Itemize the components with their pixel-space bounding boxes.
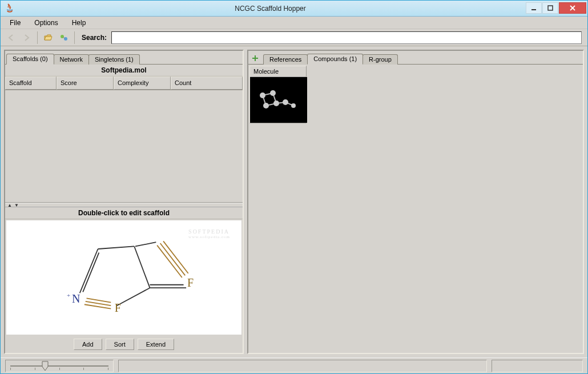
svg-line-10 — [134, 246, 150, 288]
col-count[interactable]: Count — [171, 77, 243, 90]
tab-compounds[interactable]: Compounds (1) — [307, 54, 363, 65]
svg-line-17 — [157, 246, 182, 278]
menu-help[interactable]: Help — [66, 18, 92, 28]
svg-point-29 — [260, 93, 265, 98]
editor-buttons: Add Sort Extend — [5, 336, 243, 353]
tab-rgroup[interactable]: R-group — [363, 54, 398, 65]
molecule-tool-button[interactable] — [57, 31, 71, 45]
svg-line-9 — [98, 246, 135, 249]
col-score[interactable]: Score — [57, 77, 114, 90]
horizontal-splitter[interactable]: ▲ ▼ — [5, 203, 243, 207]
molecule-thumbnail — [250, 77, 307, 123]
menu-options[interactable]: Options — [29, 18, 63, 28]
menu-file[interactable]: File — [4, 18, 26, 28]
app-window: NCGC Scaffold Hopper File Options Help S… — [0, 0, 588, 374]
watermark-small: www.softpedia.com — [188, 235, 230, 239]
slider-thumb-icon[interactable] — [42, 361, 49, 371]
svg-line-8 — [83, 252, 99, 292]
tab-scaffolds[interactable]: Scaffolds (0) — [6, 54, 54, 65]
svg-point-30 — [270, 90, 276, 96]
svg-point-34 — [291, 103, 296, 108]
window-title: NCGC Scaffold Hopper — [15, 5, 525, 13]
statusbar — [1, 357, 587, 373]
add-button[interactable]: Add — [74, 339, 102, 350]
status-message — [118, 360, 487, 372]
molecule-header: Molecule — [250, 66, 306, 77]
tab-singletons[interactable]: Singletons (1) — [88, 54, 140, 65]
content-area: Scaffolds (0) Network Singletons (1) Sof… — [1, 46, 587, 357]
left-panel: Scaffolds (0) Network Singletons (1) Sof… — [4, 50, 244, 354]
add-tab-button[interactable] — [251, 54, 260, 63]
watermark: SOFTPEDIA www.softpedia.com — [188, 228, 230, 239]
molecule-cell[interactable]: Molecule — [249, 66, 307, 123]
svg-point-33 — [283, 99, 288, 105]
window-buttons — [525, 2, 586, 15]
svg-line-3 — [570, 6, 575, 10]
atom-f2: F — [187, 276, 194, 289]
toolbar-separator — [37, 31, 38, 44]
right-tab-row: References Compounds (1) R-group — [248, 51, 583, 65]
search-label: Search: — [82, 34, 107, 42]
svg-line-7 — [80, 249, 98, 293]
titlebar: NCGC Scaffold Hopper — [1, 1, 587, 17]
minimize-button[interactable] — [526, 2, 542, 14]
file-header: Softpedia.mol — [5, 65, 243, 77]
svg-point-32 — [263, 103, 269, 108]
tab-network[interactable]: Network — [54, 54, 89, 65]
close-button[interactable] — [559, 2, 586, 14]
atom-n-plus: + — [67, 292, 70, 299]
right-body: Molecule — [248, 65, 583, 353]
tab-references[interactable]: References — [263, 54, 308, 65]
atom-f1: F — [115, 301, 121, 314]
atom-n: N — [72, 292, 80, 305]
back-button[interactable] — [4, 31, 18, 45]
left-body: Softpedia.mol Scaffold Score Complexity … — [5, 65, 243, 353]
col-scaffold[interactable]: Scaffold — [5, 77, 57, 90]
menubar: File Options Help — [1, 17, 587, 29]
sort-button[interactable]: Sort — [106, 339, 134, 350]
extend-button[interactable]: Extend — [138, 339, 174, 350]
java-icon — [4, 3, 15, 14]
svg-line-2 — [570, 6, 575, 10]
svg-line-20 — [135, 242, 156, 246]
maximize-button[interactable] — [542, 2, 558, 14]
table-body — [5, 90, 243, 203]
svg-line-18 — [160, 243, 186, 275]
search-input[interactable] — [111, 31, 582, 44]
status-right — [492, 360, 583, 372]
svg-line-19 — [163, 241, 188, 273]
table-header: Scaffold Score Complexity Count — [5, 77, 243, 90]
scaffold-editor[interactable]: SOFTPEDIA www.softpedia.com — [6, 220, 241, 335]
zoom-slider[interactable] — [5, 360, 114, 372]
editor-label: Double-click to edit scaffold — [5, 207, 243, 219]
toolbar-separator-2 — [74, 31, 75, 44]
toolbar: Search: — [1, 29, 587, 46]
left-tab-row: Scaffolds (0) Network Singletons (1) — [5, 51, 243, 65]
svg-line-11 — [116, 288, 150, 306]
watermark-big: SOFTPEDIA — [188, 228, 229, 235]
folder-open-button[interactable] — [41, 31, 55, 45]
svg-point-31 — [273, 100, 279, 106]
svg-rect-1 — [548, 6, 553, 10]
col-complexity[interactable]: Complexity — [114, 77, 171, 90]
forward-button[interactable] — [20, 31, 34, 45]
right-panel: References Compounds (1) R-group Molecul… — [247, 50, 584, 354]
